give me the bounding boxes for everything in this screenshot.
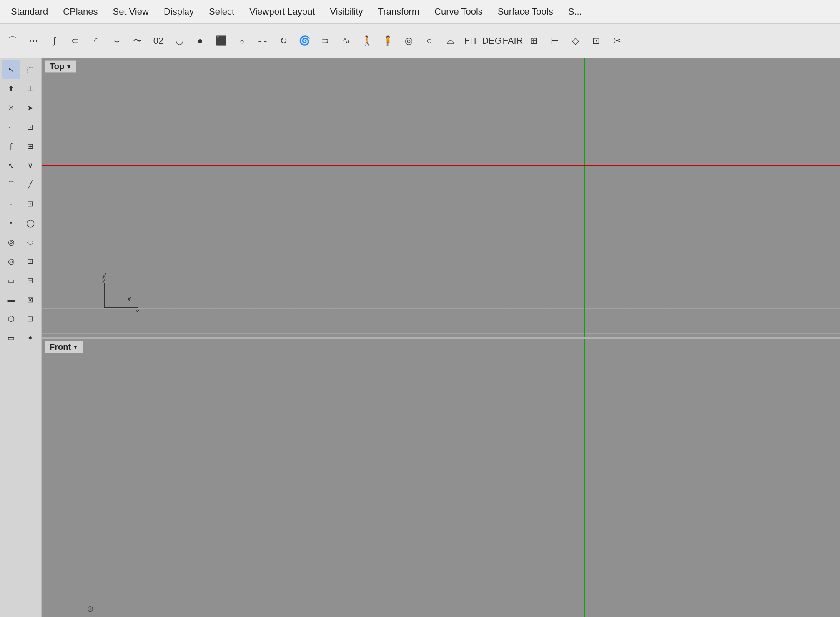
menu-select[interactable]: Select [201, 0, 242, 23]
circ-tool[interactable]: ◯ [21, 214, 40, 232]
select-tool[interactable]: ↖ [2, 60, 20, 79]
helix-tool[interactable]: ⊂ [65, 31, 85, 51]
rect-tool[interactable]: ▭ [2, 271, 20, 290]
front-dropdown-arrow: ▼ [73, 344, 78, 350]
figure2-tool[interactable]: 🧍 [378, 31, 398, 51]
top-dropdown-arrow: ▼ [66, 63, 72, 70]
sidebar-row-5: ∿∨ [2, 156, 40, 175]
sidebar-row-2: ✳➤ [2, 99, 40, 117]
toolbar: ⌒⋯∫⊂◜⌣〜02◡●⬛⬦- -↻🌀⊃∿🚶🧍◎○⌓FITDEGFAIR⊞⊢◇⊡✂ [0, 24, 840, 58]
cut-tool[interactable]: ✂ [607, 31, 627, 51]
menu-visibility[interactable]: Visibility [323, 0, 371, 23]
ring4-tool[interactable]: ⬭ [21, 233, 40, 251]
rectpts-tool[interactable]: ⊟ [21, 271, 40, 290]
star-tool[interactable]: ✦ [21, 329, 40, 347]
wave2-tool[interactable]: ∿ [2, 156, 20, 175]
svg-text:y: y [102, 278, 106, 283]
number-tool[interactable]: 02 [148, 31, 168, 51]
sidebar-row-8: •◯ [2, 214, 40, 232]
lasso-tool[interactable]: ⊃ [315, 31, 335, 51]
sidebar-row-6: ⌒╱ [2, 176, 40, 194]
spiral-tool[interactable]: 🌀 [294, 31, 314, 51]
curve-tool[interactable]: ∫ [44, 31, 64, 51]
sphere-tool[interactable]: ● [190, 31, 210, 51]
front-viewport-label[interactable]: Front ▼ [45, 341, 83, 353]
figure-tool[interactable]: 🚶 [357, 31, 377, 51]
main-area: ↖⬚⬆⊥✳➤⌣⊡∫⊞∿∨⌒╱·⊡•◯◎⬭◎⊡▭⊟▬⊠⬡⊡▭✦ y x [0, 58, 840, 617]
line-tool[interactable]: ╱ [21, 176, 40, 194]
menu-setview[interactable]: Set View [105, 0, 156, 23]
explode-tool[interactable]: ✳ [2, 99, 20, 117]
ring-tool[interactable]: ◎ [399, 31, 419, 51]
menu-viewport-layout[interactable]: Viewport Layout [242, 0, 322, 23]
rotate-tool[interactable]: ↻ [273, 31, 293, 51]
curve-points[interactable]: ⊡ [21, 118, 40, 136]
v-tool[interactable]: ∨ [21, 156, 40, 175]
sidebar-row-12: ▬⊠ [2, 291, 40, 309]
sidebar-row-10: ◎⊡ [2, 252, 40, 271]
menu-curve-tools[interactable]: Curve Tools [427, 0, 490, 23]
measure-tool[interactable]: ⊢ [544, 31, 564, 51]
top-axis-green-h [42, 164, 840, 164]
diamond-tool[interactable]: ◇ [565, 31, 585, 51]
angle-tool[interactable]: ⌣ [107, 31, 127, 51]
cross-cursor: ⊕ [87, 604, 94, 614]
top-viewport[interactable]: y x y x Top ▼ [42, 58, 840, 337]
arc3-tool[interactable]: ⌒ [2, 176, 20, 194]
move-tool[interactable]: ⬆ [2, 80, 20, 98]
smooth-tool[interactable]: ∫ [2, 137, 20, 156]
dot-tool[interactable]: • [2, 214, 20, 232]
top-grid [42, 58, 840, 337]
menu-bar: StandardCPlanesSet ViewDisplaySelectView… [0, 0, 840, 24]
spring-tool[interactable]: ⌓ [440, 31, 460, 51]
wave-tool[interactable]: ∿ [336, 31, 356, 51]
sidebar-row-14: ▭✦ [2, 329, 40, 347]
scale-tool[interactable]: ⊡ [586, 31, 606, 51]
node-tool[interactable]: ⊞ [21, 137, 40, 156]
deg-tool[interactable]: DEG [482, 31, 502, 51]
menu-more[interactable]: S... [561, 0, 589, 23]
blend-tool[interactable]: ◡ [169, 31, 189, 51]
sidebar-row-9: ◎⬭ [2, 233, 40, 251]
sidebar-row-13: ⬡⊡ [2, 310, 40, 328]
snap-tool[interactable]: ⊥ [21, 80, 40, 98]
arc-tool[interactable]: ⌒ [3, 31, 23, 51]
rect3-tool[interactable]: ▭ [2, 329, 20, 347]
dashed-line-tool[interactable]: ⋯ [23, 31, 43, 51]
solid-tool[interactable]: ⬦ [232, 31, 252, 51]
sidebar-row-7: ·⊡ [2, 195, 40, 213]
arc2-tool[interactable]: ◜ [86, 31, 106, 51]
y-label: y [102, 271, 106, 279]
top-viewport-label[interactable]: Top ▼ [45, 60, 76, 73]
box-select[interactable]: ⬚ [21, 60, 40, 79]
ring2-tool[interactable]: ○ [419, 31, 439, 51]
fair-tool[interactable]: FAIR [503, 31, 523, 51]
box-tool[interactable]: ⬛ [211, 31, 231, 51]
top-axis-green-v [584, 58, 585, 337]
menu-surface-tools[interactable]: Surface Tools [490, 0, 561, 23]
menu-display[interactable]: Display [156, 0, 201, 23]
menu-standard[interactable]: Standard [3, 0, 55, 23]
menu-cplanes[interactable]: CPlanes [55, 0, 105, 23]
grid-tool[interactable]: ⊞ [524, 31, 544, 51]
pt-tool[interactable]: · [2, 195, 20, 213]
rect2-tool[interactable]: ▬ [2, 291, 20, 309]
ellpts-tool[interactable]: ⊡ [21, 252, 40, 271]
front-axis-green-h [42, 478, 840, 478]
sidebar-row-3: ⌣⊡ [2, 118, 40, 136]
top-axis-red-h [42, 165, 840, 166]
polypts-tool[interactable]: ⊡ [21, 310, 40, 328]
ring3-tool[interactable]: ◎ [2, 233, 20, 251]
front-label-text: Front [50, 342, 71, 352]
menu-transform[interactable]: Transform [371, 0, 427, 23]
curve-select[interactable]: ⌣ [2, 118, 20, 136]
poly-tool[interactable]: ⬡ [2, 310, 20, 328]
arrow-tool[interactable]: ➤ [21, 99, 40, 117]
rectctr-tool[interactable]: ⊠ [21, 291, 40, 309]
freeform-tool[interactable]: 〜 [128, 31, 148, 51]
front-viewport[interactable]: Front ▼ ⊕ [42, 337, 840, 617]
dash2-tool[interactable]: - - [253, 31, 273, 51]
ptgrid-tool[interactable]: ⊡ [21, 195, 40, 213]
fit-tool[interactable]: FIT [461, 31, 481, 51]
ell-tool[interactable]: ◎ [2, 252, 20, 271]
